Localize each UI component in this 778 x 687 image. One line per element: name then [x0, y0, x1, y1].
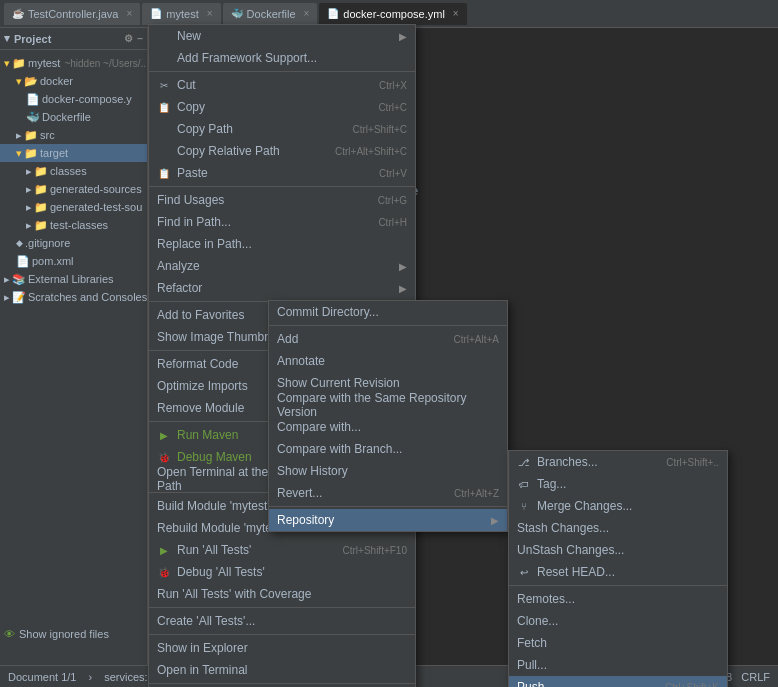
file-icon: 📄: [150, 8, 162, 19]
repo-menu-pull[interactable]: Pull...: [509, 654, 727, 676]
git-menu-show-history[interactable]: Show History: [269, 460, 507, 482]
git-menu-add[interactable]: Add Ctrl+Alt+A: [269, 328, 507, 350]
tree-item-generated-test[interactable]: ▸ 📁 generated-test-sou: [0, 198, 147, 216]
repo-menu-unstash-changes[interactable]: UnStash Changes...: [509, 539, 727, 561]
tree-item-classes[interactable]: ▸ 📁 classes: [0, 162, 147, 180]
shortcut: Ctrl+C: [378, 102, 407, 113]
repo-menu-fetch[interactable]: Fetch: [509, 632, 727, 654]
tree-item-generated-sources[interactable]: ▸ 📁 generated-sources: [0, 180, 147, 198]
scratches-icon: 📝: [12, 291, 26, 304]
repo-menu-stash-changes[interactable]: Stash Changes...: [509, 517, 727, 539]
tree-item-scratches[interactable]: ▸ 📝 Scratches and Consoles: [0, 288, 147, 306]
menu-item-find-in-path[interactable]: Find in Path... Ctrl+H: [149, 211, 415, 233]
gen-test-icon: 📁: [34, 201, 48, 214]
arrow-icon: ▶: [399, 283, 407, 294]
tree-item-test-classes[interactable]: ▸ 📁 test-classes: [0, 216, 147, 234]
menu-item-replace-in-path[interactable]: Replace in Path...: [149, 233, 415, 255]
project-settings-icon[interactable]: ⚙: [124, 33, 133, 44]
ignored-files-label: Show ignored files: [19, 628, 109, 640]
repo-menu-clone[interactable]: Clone...: [509, 610, 727, 632]
show-ignored-files[interactable]: 👁 Show ignored files: [0, 625, 148, 643]
menu-item-debug-all-tests[interactable]: 🐞 Debug 'All Tests': [149, 561, 415, 583]
tab-mytest[interactable]: 📄 mytest ×: [142, 3, 220, 25]
tree-item-target[interactable]: ▾ 📁 target: [0, 144, 147, 162]
yaml-file-icon: 📄: [26, 93, 40, 106]
menu-label: Reset HEAD...: [537, 565, 615, 579]
tree-item-external-libs[interactable]: ▸ 📚 External Libraries: [0, 270, 147, 288]
tree-item-mytest[interactable]: ▾ 📁 mytest ~hidden ~/Users/...: [0, 54, 147, 72]
tab-testcontroller[interactable]: ☕ TestController.java ×: [4, 3, 140, 25]
menu-divider: [149, 186, 415, 187]
tree-item-dockerfile[interactable]: 🐳 Dockerfile: [0, 108, 147, 126]
shortcut: Ctrl+H: [378, 217, 407, 228]
menu-item-copy-relative-path[interactable]: Copy Relative Path Ctrl+Alt+Shift+C: [149, 140, 415, 162]
copy-icon: 📋: [157, 100, 171, 114]
menu-item-refactor[interactable]: Refactor ▶: [149, 277, 415, 299]
menu-item-open-in-terminal[interactable]: Open in Terminal: [149, 659, 415, 681]
ide-container: ☕ TestController.java × 📄 mytest × 🐳 Doc…: [0, 0, 778, 687]
folder-expand-icon: ▾: [16, 147, 22, 160]
tree-item-docker-compose[interactable]: 📄 docker-compose.y: [0, 90, 147, 108]
project-header: ▾ Project ⚙ −: [0, 28, 147, 50]
copy-relative-icon: [157, 144, 171, 158]
tree-item-pom[interactable]: 📄 pom.xml: [0, 252, 147, 270]
menu-label: Commit Directory...: [277, 305, 379, 319]
tab-close-icon[interactable]: ×: [207, 8, 213, 19]
menu-item-run-with-coverage[interactable]: Run 'All Tests' with Coverage: [149, 583, 415, 605]
menu-item-create-all-tests[interactable]: Create 'All Tests'...: [149, 610, 415, 632]
tree-item-src[interactable]: ▸ 📁 src: [0, 126, 147, 144]
git-menu-repository[interactable]: Repository ▶: [269, 509, 507, 531]
repo-menu-merge-changes[interactable]: ⑂ Merge Changes...: [509, 495, 727, 517]
repo-menu-tag[interactable]: 🏷 Tag...: [509, 473, 727, 495]
git-menu-compare-with-branch[interactable]: Compare with Branch...: [269, 438, 507, 460]
menu-item-analyze[interactable]: Analyze ▶: [149, 255, 415, 277]
menu-item-copy-path[interactable]: Copy Path Ctrl+Shift+C: [149, 118, 415, 140]
tree-item-label: External Libraries: [28, 273, 114, 285]
git-menu-revert[interactable]: Revert... Ctrl+Alt+Z: [269, 482, 507, 504]
dockerfile-icon: 🐳: [26, 111, 40, 124]
menu-item-add-framework[interactable]: Add Framework Support...: [149, 47, 415, 69]
tab-docker-compose[interactable]: 📄 docker-compose.yml ×: [319, 3, 466, 25]
tab-close-icon[interactable]: ×: [453, 8, 459, 19]
tab-close-icon[interactable]: ×: [127, 8, 133, 19]
tree-item-label: mytest: [28, 57, 60, 69]
tree-item-label: pom.xml: [32, 255, 74, 267]
src-folder-icon: 📁: [24, 129, 38, 142]
repo-menu-reset-head[interactable]: ↩ Reset HEAD...: [509, 561, 727, 583]
menu-item-paste[interactable]: 📋 Paste Ctrl+V: [149, 162, 415, 184]
tab-close-icon[interactable]: ×: [304, 8, 310, 19]
repo-menu-remotes[interactable]: Remotes...: [509, 588, 727, 610]
menu-item-new[interactable]: New ▶: [149, 25, 415, 47]
tree-item-gitignore[interactable]: ◆ .gitignore: [0, 234, 147, 252]
menu-item-cut[interactable]: ✂ Cut Ctrl+X: [149, 74, 415, 96]
menu-item-copy[interactable]: 📋 Copy Ctrl+C: [149, 96, 415, 118]
new-icon: [157, 29, 171, 43]
menu-label: Merge Changes...: [537, 499, 632, 513]
menu-label: Compare with Branch...: [277, 442, 402, 456]
target-folder-icon: 📁: [24, 147, 38, 160]
repo-menu-push[interactable]: Push... Ctrl+Shift+K: [509, 676, 727, 687]
menu-label: Paste: [177, 166, 208, 180]
repo-menu-branches[interactable]: ⎇ Branches... Ctrl+Shift+..: [509, 451, 727, 473]
project-icon: ▾: [4, 32, 10, 45]
tab-label: docker-compose.yml: [343, 8, 444, 20]
menu-label: Remotes...: [517, 592, 575, 606]
menu-label: Find in Path...: [157, 215, 231, 229]
project-collapse-icon[interactable]: −: [137, 33, 143, 44]
tree-item-docker[interactable]: ▾ 📂 docker: [0, 72, 147, 90]
tree-item-sublabel: ~hidden ~/Users/...: [64, 58, 148, 69]
menu-label: Add to Favorites: [157, 308, 244, 322]
git-menu-commit-directory[interactable]: Commit Directory...: [269, 301, 507, 323]
menu-item-find-usages[interactable]: Find Usages Ctrl+G: [149, 189, 415, 211]
menu-item-show-explorer[interactable]: Show in Explorer: [149, 637, 415, 659]
git-menu-compare-same-version[interactable]: Compare with the Same Repository Version: [269, 394, 507, 416]
menu-label: Copy Path: [177, 122, 233, 136]
pom-icon: 📄: [16, 255, 30, 268]
git-menu-compare-with[interactable]: Compare with...: [269, 416, 507, 438]
menu-label: Open in Terminal: [157, 663, 248, 677]
menu-label: Run 'All Tests': [177, 543, 251, 557]
add-framework-icon: [157, 51, 171, 65]
menu-item-run-all-tests[interactable]: ▶ Run 'All Tests' Ctrl+Shift+F10: [149, 539, 415, 561]
tab-dockerfile[interactable]: 🐳 Dockerfile ×: [223, 3, 318, 25]
git-menu-annotate[interactable]: Annotate: [269, 350, 507, 372]
